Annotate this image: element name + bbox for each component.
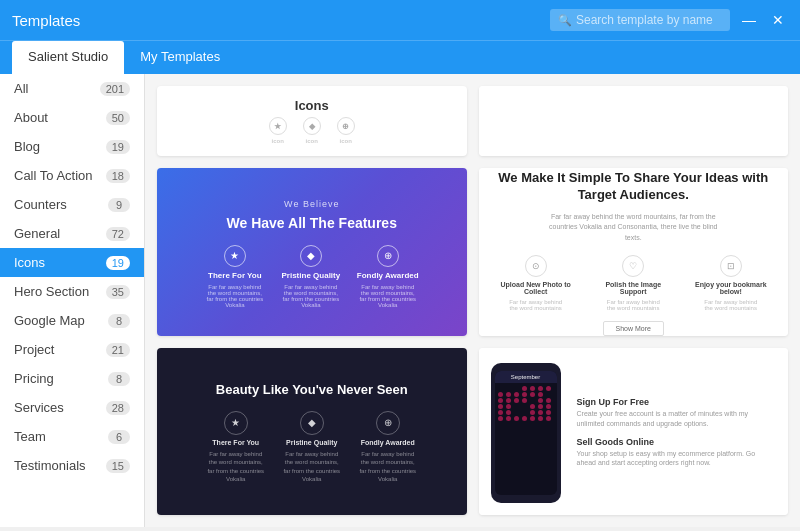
card-beauty-dark[interactable]: Beauty Like You've Never Seen ★ There Fo… [157,348,467,516]
card-image-white: We Make It Simple To Share Your Ideas wi… [479,168,789,336]
card-fondly-simple[interactable]: We Make It Simple To Share Your Ideas wi… [479,168,789,336]
sidebar-item-call-to-action[interactable]: Call To Action 18 [0,161,144,190]
sidebar-item-testimonials[interactable]: Testimonials 15 [0,451,144,480]
search-input[interactable] [550,9,730,31]
main-layout: All 201 About 50 Blog 19 Call To Action … [0,74,800,527]
sidebar: All 201 About 50 Blog 19 Call To Action … [0,74,145,527]
sidebar-item-hero-section[interactable]: Hero Section 35 [0,277,144,306]
search-icon: 🔍 [558,14,572,27]
search-wrapper: 🔍 [550,9,730,31]
card-image-blue: We Believe We Have All The Features ★ Th… [157,168,467,336]
card-image-dark: Beauty Like You've Never Seen ★ There Fo… [157,348,467,516]
tabs-bar: Salient Studio My Templates [0,40,800,74]
sidebar-item-blog[interactable]: Blog 19 [0,132,144,161]
sidebar-item-team[interactable]: Team 6 [0,422,144,451]
card-features-blue[interactable]: We Believe We Have All The Features ★ Th… [157,168,467,336]
sidebar-item-pricing[interactable]: Pricing 8 [0,364,144,393]
sidebar-item-project[interactable]: Project 21 [0,335,144,364]
sidebar-item-counters[interactable]: Counters 9 [0,190,144,219]
card-partial-left[interactable]: Icons ★ icon ◆ icon ⊕ icon [157,86,467,156]
card-partial-right[interactable] [479,86,789,156]
sidebar-item-icons[interactable]: Icons 19 [0,248,144,277]
card-sell-goods[interactable]: September [479,348,789,516]
content-area: Icons ★ icon ◆ icon ⊕ icon [145,74,800,527]
sidebar-item-google-map[interactable]: Google Map 8 [0,306,144,335]
header: Templates 🔍 — ✕ [0,0,800,40]
tab-my-templates[interactable]: My Templates [124,41,236,74]
partial-top-row: Icons ★ icon ◆ icon ⊕ icon [157,86,788,156]
minimize-button[interactable]: — [738,10,760,30]
sidebar-item-all[interactable]: All 201 [0,74,144,103]
card-image-phone: September [479,348,789,516]
app-title: Templates [12,12,80,29]
sidebar-item-services[interactable]: Services 28 [0,393,144,422]
phone-mockup: September [491,363,561,503]
close-button[interactable]: ✕ [768,10,788,30]
sidebar-item-general[interactable]: General 72 [0,219,144,248]
header-controls: 🔍 — ✕ [550,9,788,31]
tab-salient-studio[interactable]: Salient Studio [12,41,124,74]
sidebar-item-about[interactable]: About 50 [0,103,144,132]
